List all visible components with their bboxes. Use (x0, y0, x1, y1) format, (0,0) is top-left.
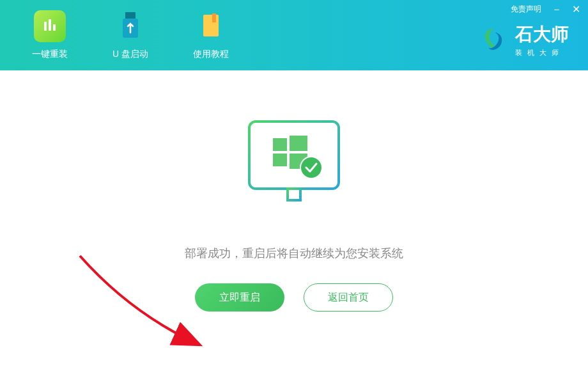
bars-icon (34, 10, 66, 42)
usb-icon (114, 10, 146, 42)
restart-button[interactable]: 立即重启 (195, 283, 284, 312)
monitor-success-icon (240, 115, 348, 220)
brand-logo-icon (479, 26, 507, 54)
svg-rect-0 (44, 22, 47, 31)
tab-label: 使用教程 (193, 49, 229, 60)
brand-title: 石大师 (515, 22, 569, 47)
disclaimer-link[interactable]: 免责声明 (511, 4, 541, 15)
svg-rect-2 (53, 24, 56, 31)
button-row: 立即重启 返回首页 (195, 283, 393, 312)
window-controls: 免责声明 － ✕ (511, 4, 580, 15)
app-header: 免责声明 － ✕ 一键重装 U 盘启动 (0, 0, 588, 70)
home-button[interactable]: 返回首页 (304, 283, 393, 312)
close-button[interactable]: ✕ (572, 4, 580, 15)
minimize-button[interactable]: － (552, 4, 562, 15)
svg-rect-8 (288, 189, 300, 200)
book-icon (195, 10, 227, 42)
svg-rect-5 (203, 15, 219, 36)
annotation-arrow-icon (74, 249, 214, 358)
svg-rect-11 (290, 136, 307, 151)
brand-subtitle: 装机大师 (515, 48, 569, 58)
tab-label: U 盘启动 (112, 49, 148, 60)
tab-label: 一键重装 (32, 49, 68, 60)
tab-tutorial[interactable]: 使用教程 (187, 4, 235, 67)
svg-rect-10 (273, 138, 287, 151)
tab-reinstall[interactable]: 一键重装 (26, 4, 74, 67)
tab-bar: 一键重装 U 盘启动 使用教程 (26, 4, 235, 67)
svg-rect-1 (49, 19, 51, 31)
tab-usb-boot[interactable]: U 盘启动 (106, 4, 155, 67)
svg-rect-3 (125, 12, 135, 19)
svg-rect-12 (273, 154, 287, 166)
brand-area: 石大师 装机大师 (479, 22, 569, 58)
main-content: 部署成功，重启后将自动继续为您安装系统 立即重启 返回首页 (0, 70, 588, 312)
status-message: 部署成功，重启后将自动继续为您安装系统 (185, 246, 403, 261)
svg-rect-6 (212, 13, 216, 22)
